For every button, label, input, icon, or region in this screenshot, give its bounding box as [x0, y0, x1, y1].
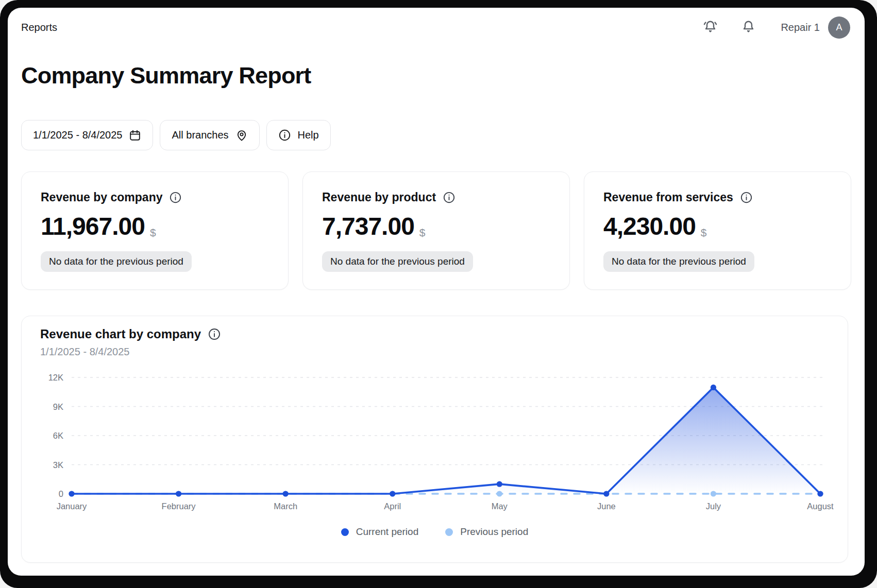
svg-text:0: 0	[59, 489, 63, 498]
legend-dot-previous	[445, 528, 453, 536]
svg-text:March: March	[274, 501, 297, 511]
svg-text:July: July	[706, 501, 721, 511]
info-icon[interactable]	[443, 191, 456, 204]
filter-row: 1/1/2025 - 8/4/2025 All branches	[8, 120, 865, 150]
kpi-card-revenue-from-services: Revenue from services 4,230.00 $ No data…	[584, 171, 851, 290]
currency-symbol: $	[701, 227, 707, 239]
revenue-chart-card: Revenue chart by company 1/1/2025 - 8/4/…	[21, 316, 848, 563]
date-range-button[interactable]: 1/1/2025 - 8/4/2025	[21, 120, 153, 150]
kpi-card-revenue-by-product: Revenue by product 7,737.00 $ No data fo…	[302, 171, 570, 290]
bell-icon	[740, 18, 757, 37]
svg-text:12K: 12K	[48, 373, 63, 382]
announcements-button[interactable]	[701, 19, 719, 36]
svg-text:June: June	[597, 501, 616, 511]
svg-text:August: August	[807, 501, 834, 511]
kpi-card-revenue-by-company: Revenue by company 11,967.00 $ No data f…	[21, 171, 289, 290]
app-window: Reports	[8, 8, 865, 576]
svg-text:January: January	[57, 501, 87, 511]
legend-item-current-period[interactable]: Current period	[341, 526, 418, 538]
calendar-icon	[129, 129, 141, 142]
no-data-badge: No data for the previous period	[41, 251, 192, 272]
notifications-button[interactable]	[739, 19, 757, 36]
revenue-chart-svg[interactable]: 03K6K9K12KJanuaryFebruaryMarchAprilMayJu…	[22, 364, 849, 515]
date-range-label: 1/1/2025 - 8/4/2025	[33, 129, 122, 141]
kpi-value: 11,967.00	[41, 212, 145, 240]
no-data-badge: No data for the previous period	[603, 251, 754, 272]
topbar-actions: Repair 1 A	[701, 16, 850, 39]
info-icon[interactable]	[740, 191, 753, 204]
device-frame: Reports	[0, 0, 877, 588]
svg-text:April: April	[384, 501, 401, 511]
location-pin-icon	[235, 129, 248, 142]
branches-button[interactable]: All branches	[160, 120, 259, 150]
page-title: Company Summary Report	[21, 62, 311, 89]
currency-symbol: $	[419, 227, 426, 239]
svg-text:February: February	[162, 501, 196, 511]
kpi-value: 7,737.00	[322, 212, 414, 240]
svg-text:May: May	[492, 501, 508, 511]
kpi-row: Revenue by company 11,967.00 $ No data f…	[8, 171, 865, 290]
avatar[interactable]: A	[828, 16, 850, 39]
help-label: Help	[298, 129, 319, 141]
kpi-title: Revenue from services	[603, 191, 733, 204]
chart-legend: Current period Previous period	[22, 526, 848, 538]
currency-symbol: $	[150, 227, 156, 239]
no-data-badge: No data for the previous period	[322, 251, 473, 272]
bell-ring-icon	[702, 18, 719, 37]
info-icon[interactable]	[208, 327, 221, 341]
branches-label: All branches	[172, 129, 228, 141]
chart-date-range: 1/1/2025 - 8/4/2025	[22, 341, 848, 358]
breadcrumb: Reports	[21, 22, 57, 33]
top-bar: Reports	[8, 8, 865, 47]
legend-item-previous-period[interactable]: Previous period	[445, 526, 528, 538]
info-circle-icon	[278, 129, 291, 142]
kpi-value: 4,230.00	[603, 212, 696, 240]
svg-text:9K: 9K	[53, 402, 63, 411]
info-icon[interactable]	[169, 191, 182, 204]
help-button[interactable]: Help	[266, 120, 331, 150]
svg-text:3K: 3K	[53, 460, 63, 470]
chart-title: Revenue chart by company	[40, 327, 201, 341]
legend-dot-current	[341, 528, 349, 536]
kpi-title: Revenue by company	[41, 191, 162, 204]
svg-text:6K: 6K	[53, 431, 63, 440]
account-name[interactable]: Repair 1	[781, 22, 820, 33]
kpi-title: Revenue by product	[322, 191, 436, 204]
